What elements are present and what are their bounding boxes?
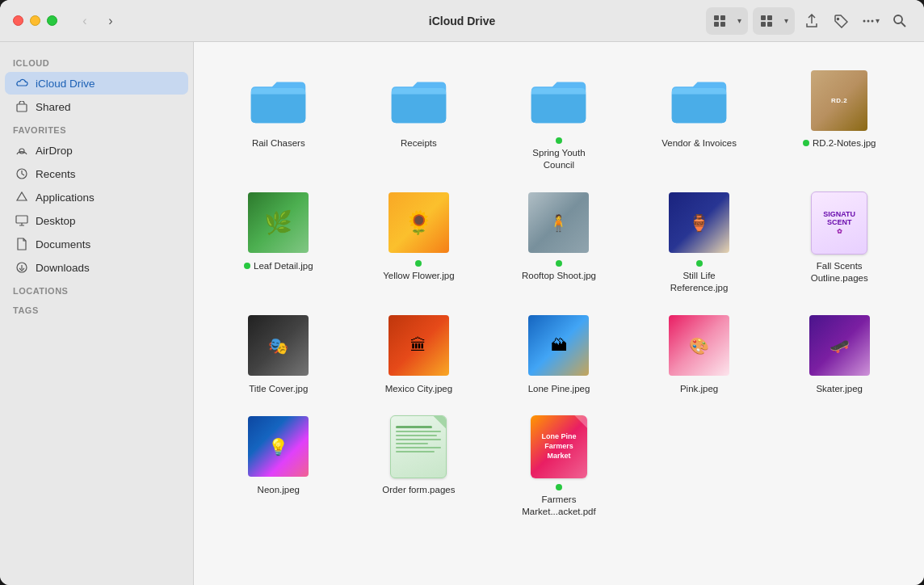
svg-rect-14 (17, 104, 27, 112)
skater-image: 🛹 (809, 315, 870, 376)
file-item-rail-chasers[interactable]: Rail Chasers (210, 61, 347, 178)
file-label-rooftop: Rooftop Shoot.jpg (519, 260, 599, 282)
rooftop-image: 🧍 (528, 192, 589, 253)
close-button[interactable] (13, 15, 23, 26)
leaf-image: 🌿 (248, 192, 309, 253)
svg-rect-5 (767, 15, 772, 20)
desktop-icon (15, 213, 29, 228)
svg-point-9 (863, 19, 865, 22)
folder-thumb-receipts (386, 68, 451, 133)
sync-badge (556, 137, 562, 144)
file-item-receipts[interactable]: Receipts (351, 61, 488, 178)
file-item-yellow-flower[interactable]: 🌻 Yellow Flower.jpg (351, 184, 488, 301)
thumb-fall-scents: SIGNATUSCENT✿ (807, 191, 872, 255)
list-view-button[interactable] (754, 9, 779, 33)
sidebar-item-airdrop[interactable]: AirDrop (5, 139, 188, 162)
sidebar-item-desktop[interactable]: Desktop (5, 209, 188, 232)
folder-thumb-vendor (667, 68, 732, 133)
thumb-neon: 💡 (246, 415, 311, 479)
file-item-still-life[interactable]: 🏺 Still Life Reference.jpg (631, 184, 768, 301)
sync-badge (803, 140, 809, 146)
svg-rect-4 (761, 15, 766, 20)
file-label-fall-scents: Fall Scents Outline.pages (799, 260, 880, 284)
sidebar-item-label: Shared (36, 101, 71, 113)
sidebar-item-label: iCloud Drive (36, 78, 95, 90)
sidebar-item-icloud-drive[interactable]: iCloud Drive (5, 72, 188, 95)
rd-notes-image: RD.2 (811, 70, 867, 131)
maximize-button[interactable] (47, 15, 57, 26)
tag-button[interactable] (829, 9, 853, 33)
file-item-neon[interactable]: 💡 Neon.jpeg (210, 408, 347, 524)
file-item-rd-notes[interactable]: RD.2 RD.2-Notes.jpg (771, 61, 908, 178)
sync-badge (415, 260, 422, 267)
file-item-pink[interactable]: 🎨 Pink.jpeg (631, 307, 768, 402)
file-item-leaf[interactable]: 🌿 Leaf Detail.jpg (210, 184, 347, 301)
window-title: iCloud Drive (429, 15, 495, 27)
farmers-market-doc: Lone PineFarmers Market (531, 415, 587, 478)
list-view-group: ▾ (753, 7, 795, 35)
mexico-city-image: 🏛 (388, 315, 449, 376)
file-item-farmers-market[interactable]: Lone PineFarmers Market Farmers Market..… (490, 408, 628, 524)
file-item-skater[interactable]: 🛹 Skater.jpeg (771, 307, 908, 402)
svg-point-11 (871, 19, 873, 22)
more-button[interactable]: ▾ (858, 9, 882, 33)
grid-view-button[interactable] (708, 9, 732, 33)
sidebar-item-shared[interactable]: Shared (5, 95, 188, 118)
icloud-section-header: iCloud (0, 52, 193, 71)
finder-window: ‹ › iCloud Drive ▾ (0, 0, 924, 585)
grid-dropdown-button[interactable]: ▾ (732, 9, 746, 33)
sync-badge (244, 263, 250, 269)
sync-badge (556, 484, 562, 490)
svg-rect-0 (714, 15, 719, 20)
file-label-rail-chasers: Rail Chasers (252, 137, 305, 149)
sidebar: iCloud iCloud Drive Shared Favorites (0, 42, 194, 585)
thumb-farmers-market: Lone PineFarmers Market (527, 415, 591, 479)
file-grid: Rail Chasers Receipts (210, 61, 908, 524)
file-item-mexico-city[interactable]: 🏛 Mexico City.jpeg (351, 307, 488, 402)
documents-icon (15, 237, 29, 251)
file-label-leaf: Leaf Detail.jpg (244, 260, 313, 272)
thumb-rooftop: 🧍 (527, 191, 591, 255)
shared-icon (15, 99, 29, 114)
sync-badge (696, 260, 703, 267)
file-item-fall-scents[interactable]: SIGNATUSCENT✿ Fall Scents Outline.pages (771, 184, 908, 301)
search-button[interactable] (887, 9, 911, 33)
file-item-rooftop[interactable]: 🧍 Rooftop Shoot.jpg (490, 184, 628, 301)
recents-icon (15, 166, 29, 181)
file-label-spring-youth: Spring Youth Council (519, 137, 599, 171)
file-item-title-cover[interactable]: 🎭 Title Cover.jpg (210, 307, 347, 402)
sidebar-item-applications[interactable]: Applications (5, 186, 188, 208)
thumb-order-form (386, 415, 451, 479)
pink-image: 🎨 (669, 315, 729, 376)
fall-scents-doc: SIGNATUSCENT✿ (811, 191, 867, 255)
svg-point-10 (867, 19, 869, 22)
sidebar-item-documents[interactable]: Documents (5, 233, 188, 255)
nav-buttons: ‹ › (74, 10, 122, 32)
file-label-mexico-city: Mexico City.jpeg (385, 383, 453, 395)
minimize-button[interactable] (30, 15, 40, 26)
back-button[interactable]: ‹ (74, 10, 96, 32)
file-item-order-form[interactable]: Order form.pages (351, 408, 488, 524)
folder-thumb-rail-chasers (246, 68, 311, 133)
sidebar-item-downloads[interactable]: Downloads (5, 256, 188, 279)
thumb-leaf: 🌿 (246, 191, 311, 255)
svg-point-12 (894, 15, 902, 23)
file-item-lone-pine[interactable]: 🏔 Lone Pine.jpeg (490, 307, 628, 402)
list-dropdown-button[interactable]: ▾ (779, 9, 793, 33)
file-label-farmers-market: Farmers Market...acket.pdf (519, 484, 599, 518)
file-label-rd-notes: RD.2-Notes.jpg (803, 137, 876, 149)
svg-rect-1 (720, 15, 725, 20)
tags-section-header: Tags (0, 299, 193, 318)
share-button[interactable] (800, 9, 824, 33)
sidebar-item-recents[interactable]: Recents (5, 162, 188, 185)
thumb-skater: 🛹 (807, 314, 872, 378)
sync-badge (556, 260, 562, 267)
file-item-vendor[interactable]: Vendor & Invoices (631, 61, 768, 178)
file-label-vendor: Vendor & Invoices (662, 137, 737, 149)
forward-button[interactable]: › (99, 10, 122, 32)
titlebar: ‹ › iCloud Drive ▾ (0, 0, 924, 42)
svg-rect-17 (16, 216, 27, 223)
yellow-flower-image: 🌻 (388, 192, 449, 253)
file-label-neon: Neon.jpeg (258, 484, 300, 496)
file-item-spring-youth[interactable]: Spring Youth Council (490, 61, 628, 178)
